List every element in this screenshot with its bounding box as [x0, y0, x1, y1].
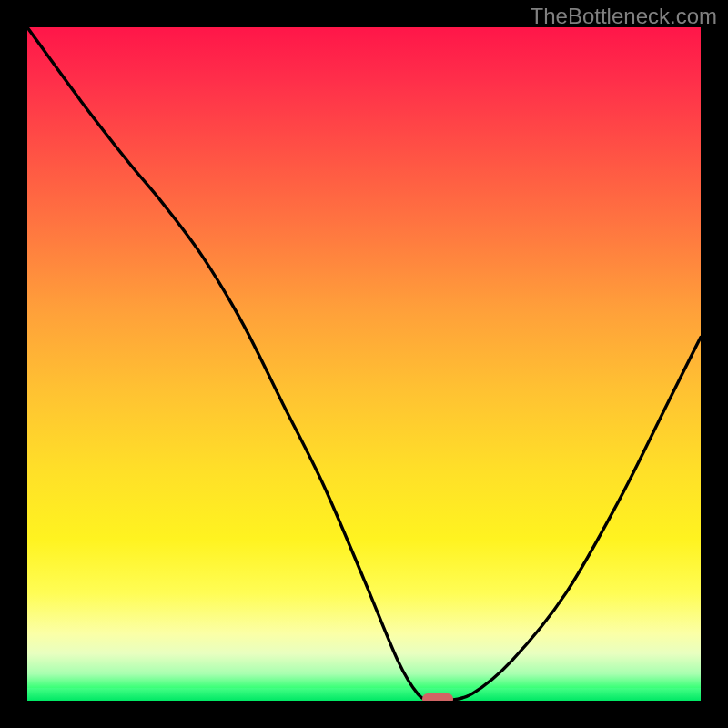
bottleneck-curve	[27, 27, 701, 701]
watermark-text: TheBottleneck.com	[531, 4, 717, 29]
chart-frame: TheBottleneck.com	[0, 0, 728, 728]
optimum-marker	[422, 693, 453, 701]
plot-area	[27, 27, 701, 701]
